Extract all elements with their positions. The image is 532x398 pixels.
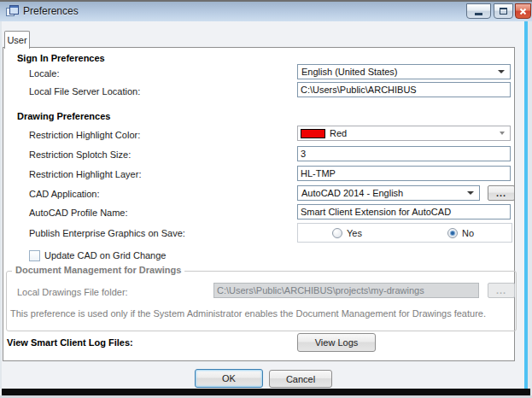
profile-name-input[interactable]: [297, 204, 511, 219]
locale-value: English (United States): [298, 67, 498, 77]
tab-user-label: User: [7, 35, 26, 45]
window-left-edge: [0, 21, 2, 389]
close-button[interactable]: [515, 3, 531, 19]
window-bottom-bar: [2, 389, 530, 395]
publish-graphics-label: Publish Enterprise Graphics on Save:: [29, 228, 185, 238]
color-swatch: [301, 129, 325, 138]
ok-button-label: OK: [222, 373, 236, 383]
splotch-size-label: Restriction Splotch Size:: [29, 149, 131, 160]
app-icon: [6, 5, 19, 17]
locale-dropdown[interactable]: English (United States): [297, 64, 511, 79]
cad-application-label: CAD Application:: [29, 189, 100, 199]
splotch-size-input[interactable]: [297, 146, 511, 161]
maximize-icon: [500, 8, 507, 15]
ellipsis-icon: ...: [496, 285, 506, 296]
radio-no-label: No: [462, 228, 474, 238]
chevron-down-icon: [467, 191, 474, 195]
highlight-color-value: Red: [325, 128, 500, 138]
minimize-button[interactable]: [466, 3, 491, 19]
window-title: Preferences: [23, 5, 79, 17]
minimize-icon: [475, 13, 482, 15]
close-icon: [519, 8, 527, 15]
radio-yes-label: Yes: [347, 228, 362, 238]
update-cad-checkbox[interactable]: [29, 250, 40, 261]
view-logs-label: View Smart Client Log Files:: [7, 337, 133, 348]
publish-radio-group: Yes No: [297, 223, 512, 243]
highlight-layer-input[interactable]: [297, 166, 511, 181]
drawings-folder-label: Local Drawings File folder:: [17, 287, 128, 297]
cancel-button-label: Cancel: [286, 374, 315, 384]
view-logs-button[interactable]: View Logs: [297, 333, 376, 352]
ok-button[interactable]: OK: [195, 369, 263, 388]
cad-application-value: AutoCAD 2014 - English: [298, 188, 467, 198]
highlight-layer-label: Restriction Highlight Layer:: [29, 169, 141, 179]
drawing-heading: Drawing Preferences: [17, 111, 110, 121]
cad-application-dropdown[interactable]: AutoCAD 2014 - English: [297, 185, 480, 201]
radio-yes[interactable]: Yes: [332, 228, 362, 238]
radio-no[interactable]: No: [447, 228, 474, 238]
profile-name-label: AutoCAD Profile Name:: [29, 208, 128, 218]
radio-unselected-icon: [332, 228, 342, 238]
titlebar: [0, 2, 532, 21]
doc-mgmt-note: This preference is used only if the Syst…: [10, 308, 486, 319]
chevron-down-icon: [500, 132, 505, 135]
radio-selected-icon: [447, 228, 458, 238]
drawings-folder-browse-button: ...: [488, 283, 515, 298]
preferences-dialog: Preferences User Sign In Preferences Loc…: [0, 0, 532, 398]
highlight-color-label: Restriction Highlight Color:: [29, 130, 140, 140]
app-icon-front-layer: [9, 5, 19, 15]
cad-browse-button[interactable]: ...: [488, 185, 515, 201]
window-right-edge: [528, 21, 532, 395]
file-server-label: Local File Server Location:: [29, 86, 140, 97]
window-accent-border: [524, 21, 528, 389]
maximize-button[interactable]: [494, 3, 513, 19]
view-logs-button-label: View Logs: [315, 337, 359, 348]
ellipsis-icon: ...: [496, 188, 506, 198]
cancel-button[interactable]: Cancel: [269, 370, 332, 388]
sign-in-heading: Sign In Preferences: [17, 53, 105, 63]
tab-user[interactable]: User: [4, 31, 30, 49]
update-cad-label: Update CAD on Grid Change: [44, 250, 166, 260]
doc-mgmt-groupbox: [6, 271, 517, 331]
chevron-down-icon: [498, 70, 505, 73]
doc-mgmt-group-label: Document Management for Drawings: [12, 265, 184, 275]
locale-label: Locale:: [29, 68, 59, 79]
highlight-color-dropdown[interactable]: Red: [297, 126, 511, 141]
drawings-folder-input: [213, 283, 479, 298]
file-server-input[interactable]: [297, 82, 511, 97]
